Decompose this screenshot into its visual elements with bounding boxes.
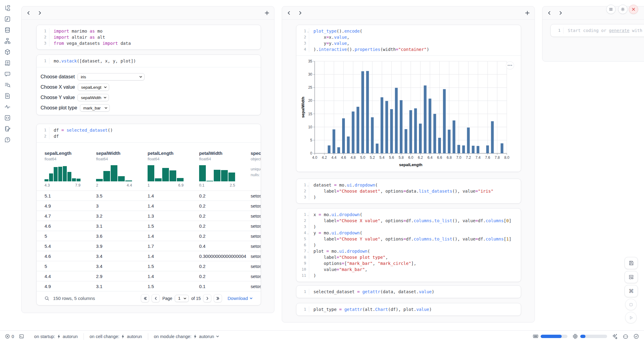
sidebar-chat-button[interactable] — [0, 68, 15, 79]
table-row: 5.13.51.40.2setosa — [37, 191, 261, 201]
altair-chart[interactable]: 4.04.24.44.64.85.05.25.45.65.86.06.26.46… — [301, 57, 514, 170]
line-number: 1 — [37, 127, 49, 133]
panel-next-button[interactable] — [559, 11, 563, 15]
layout-panels-icon — [628, 274, 634, 280]
close-panel-button[interactable] — [629, 5, 638, 14]
first-page-button[interactable] — [141, 294, 149, 302]
code-line: 3from vega_datasets import data — [37, 40, 261, 46]
sidebar-tracing-button[interactable] — [0, 101, 15, 112]
column-header: sepalWidthfloat6424.4 — [96, 151, 148, 191]
code-editor[interactable]: 1import marimo as mo2import altair as al… — [37, 25, 261, 49]
generate-ai-link[interactable]: generate — [609, 28, 629, 33]
search-list-icon — [4, 82, 11, 88]
layout-button[interactable] — [624, 271, 638, 283]
line-number: 2 — [296, 34, 309, 40]
panel-prev-button[interactable] — [287, 11, 291, 15]
settings-button[interactable] — [618, 5, 628, 14]
command-palette-button[interactable]: ⌘ — [624, 285, 638, 297]
sidebar-help-button[interactable] — [0, 134, 15, 145]
table-cell: 3.1 — [96, 284, 148, 289]
code-editor[interactable]: 1⌄dataset = mo.ui.dropdown(2 label="Choo… — [296, 179, 521, 203]
cpu-icon — [572, 333, 578, 339]
chart-actions-button[interactable]: ••• — [506, 61, 514, 69]
sidebar-documentation-button[interactable] — [0, 79, 15, 90]
code-editor[interactable]: 1⌄plot_type().encode(2 x=x.value,3 y=y.v… — [296, 25, 521, 55]
connection-status-button[interactable] — [633, 333, 639, 339]
y-value-select[interactable]: sepalWidth — [77, 94, 109, 101]
svg-text:7.4: 7.4 — [475, 155, 481, 160]
sidebar-datasources-button[interactable] — [0, 24, 15, 35]
fold-chevron-icon[interactable]: ⌄ — [307, 230, 309, 236]
sidebar-snippets-button[interactable] — [0, 90, 15, 101]
code-editor[interactable]: 1⌄x = mo.ui.dropdown(2 label="Choose X v… — [296, 208, 521, 282]
empty-cell[interactable]: 1 Start coding or generate with AI — [550, 24, 644, 37]
copilot-button[interactable] — [623, 333, 628, 339]
save-button[interactable] — [624, 257, 638, 269]
error-indicator[interactable]: 0 — [5, 334, 14, 339]
code-line: 4⌄y = mo.ui.dropdown( — [296, 230, 521, 236]
add-cell-button[interactable] — [265, 11, 269, 15]
terminal-button[interactable] — [19, 334, 24, 339]
panel-next-button[interactable] — [298, 11, 302, 15]
panel-prev-button[interactable] — [547, 11, 551, 15]
prev-page-button[interactable] — [152, 294, 160, 302]
code-editor[interactable]: 1mo.vstack([dataset, x, y, plot]) — [37, 55, 261, 67]
bar — [337, 147, 340, 153]
table-cell: setosa — [251, 244, 261, 249]
scroll-icon — [4, 60, 11, 66]
cell-xy-dropdowns: 1⌄x = mo.ui.dropdown(2 label="Choose X v… — [296, 208, 521, 282]
fold-chevron-icon[interactable]: ⌄ — [307, 212, 309, 218]
sidebar-file-explorer-button[interactable] — [0, 2, 15, 13]
fold-chevron-icon[interactable]: ⌄ — [307, 28, 309, 34]
menu-button[interactable] — [606, 5, 616, 14]
page-select[interactable]: 1 — [175, 295, 189, 302]
code-editor[interactable]: 1df = selected_dataset()2df — [37, 124, 261, 142]
code-line: 3 y=y.value, — [296, 40, 521, 46]
line-number: 7⌄ — [296, 248, 309, 254]
add-cell-button[interactable] — [525, 11, 530, 15]
sidebar-packages-button[interactable] — [0, 46, 15, 57]
autorun-setting[interactable]: on module change:autorun — [148, 334, 225, 339]
chevrons-right-icon — [216, 297, 220, 300]
bar — [467, 127, 470, 153]
column-dtype: object — [251, 157, 261, 161]
sparkles-icon — [612, 333, 618, 339]
table-cell: 1.3 — [148, 213, 199, 219]
stop-button[interactable] — [625, 299, 637, 310]
sidebar-functions-button[interactable] — [0, 13, 15, 24]
autorun-setting[interactable]: on startup:autorun — [28, 334, 84, 339]
download-button[interactable]: Download — [227, 296, 253, 301]
fold-chevron-icon[interactable]: ⌄ — [307, 182, 309, 188]
bar — [400, 100, 402, 153]
autorun-setting[interactable]: on cell change:autorun — [84, 334, 148, 339]
table-cell: setosa — [251, 254, 261, 259]
dataset-select[interactable]: iris — [77, 73, 145, 80]
sidebar-logs-button[interactable] — [0, 57, 15, 68]
code-editor[interactable]: 1selected_dataset = getattr(data, datase… — [296, 286, 521, 298]
table-cell: 0.2 — [199, 213, 251, 219]
bar — [414, 108, 417, 153]
table-row: 4.93.11.50.1setosa — [37, 281, 261, 291]
x-axis-title: sepalLength — [399, 162, 423, 167]
next-page-button[interactable] — [203, 294, 211, 302]
run-all-button[interactable] — [625, 312, 637, 323]
table-cell: 0.2 — [199, 274, 251, 279]
search-icon[interactable] — [45, 296, 49, 301]
line-number: 1 — [37, 58, 49, 64]
panel-next-button[interactable] — [38, 11, 42, 15]
last-page-button[interactable] — [214, 294, 222, 302]
x-value-select[interactable]: sepalLength — [78, 84, 109, 91]
package-icon — [4, 49, 11, 55]
sidebar-scratchpad-button[interactable] — [0, 112, 15, 123]
table-cell: setosa — [251, 264, 261, 269]
svg-text:5.8: 5.8 — [399, 155, 404, 160]
code-editor[interactable]: 1plot_type = getattr(alt.Chart(df), plot… — [296, 303, 521, 315]
sidebar-dependency-graph-button[interactable] — [0, 35, 15, 46]
fold-chevron-icon[interactable]: ⌄ — [307, 248, 309, 255]
plot-type-select[interactable]: mark_bar — [80, 104, 110, 112]
ai-assistant-button[interactable] — [612, 333, 618, 339]
table-header-row: sepalLengthfloat644.37.9sepalWidthfloat6… — [37, 143, 261, 191]
panel-prev-button[interactable] — [27, 11, 30, 15]
chevrons-left-icon — [143, 297, 147, 300]
sidebar-notebook-button[interactable] — [0, 123, 15, 134]
